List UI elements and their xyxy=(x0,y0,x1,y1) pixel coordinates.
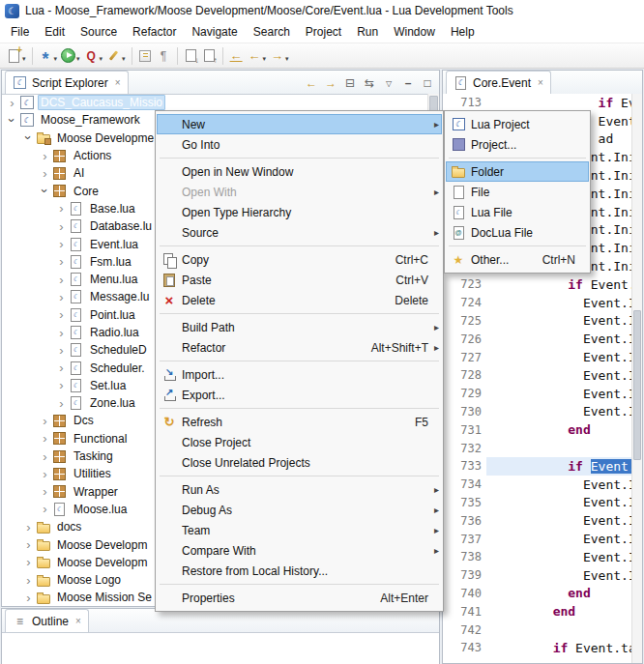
close-icon[interactable]: × xyxy=(538,77,543,88)
menubar-item-refactor[interactable]: Refactor xyxy=(125,23,184,41)
collapse-arrow-icon[interactable]: › xyxy=(22,131,35,144)
expand-arrow-icon[interactable]: › xyxy=(22,538,35,551)
expand-arrow-icon[interactable]: › xyxy=(22,521,35,534)
link-with-editor-icon[interactable] xyxy=(363,76,376,90)
code-line-740[interactable]: 740 end xyxy=(443,585,632,603)
code-line-726[interactable]: 726 Event.I xyxy=(443,330,632,348)
code-line-729[interactable]: 729 Event.I xyxy=(443,385,632,403)
minimize-icon[interactable] xyxy=(401,76,415,90)
editor-tab[interactable]: Core.Event × xyxy=(446,71,551,94)
toolbar-button-run[interactable]: ▾ xyxy=(59,45,82,67)
toolbar-button-mark-occurrences[interactable] xyxy=(136,45,155,67)
tree-item-dcs-caucasus-missio[interactable]: ›DCS_Caucasus_Missio xyxy=(2,94,428,111)
code-line-742[interactable]: 742 xyxy=(443,621,632,639)
code-line-732[interactable]: 732 xyxy=(443,439,632,457)
code-line-734[interactable]: 734 Event.I xyxy=(443,476,632,494)
code-line-728[interactable]: 728 Event.I xyxy=(443,366,632,385)
menu-item-restore-from-local-history[interactable]: Restore from Local History... xyxy=(157,561,442,581)
menu-item-source[interactable]: Source▸ xyxy=(157,222,442,243)
back-icon[interactable] xyxy=(305,76,318,90)
expand-arrow-icon[interactable]: › xyxy=(39,468,51,480)
menu-item-new[interactable]: New▸ xyxy=(157,114,442,134)
menu-item-paste[interactable]: PasteCtrl+V xyxy=(157,270,442,290)
menu-item-project[interactable]: Project... xyxy=(446,134,589,155)
toolbar-button-back[interactable]: ▾ xyxy=(246,45,269,67)
toolbar-button-external-tools[interactable]: ▾ xyxy=(37,45,60,67)
code-line-737[interactable]: 737 Event.I xyxy=(443,530,632,548)
code-line-731[interactable]: 731 end xyxy=(443,420,632,439)
code-line-735[interactable]: 735 Event.I xyxy=(443,494,632,512)
menu-item-open-in-new-window[interactable]: Open in New Window xyxy=(157,161,442,182)
expand-arrow-icon[interactable]: › xyxy=(55,220,68,233)
expand-arrow-icon[interactable]: › xyxy=(39,432,51,445)
menu-item-debug-as[interactable]: Debug As▸ xyxy=(157,500,442,520)
menubar-item-source[interactable]: Source xyxy=(73,23,125,41)
toolbar-button-show-whitespace[interactable] xyxy=(155,45,173,67)
expand-arrow-icon[interactable]: › xyxy=(55,379,68,391)
menu-item-delete[interactable]: DeleteDelete xyxy=(157,290,442,310)
menu-item-other[interactable]: Other...Ctrl+N xyxy=(446,249,589,270)
expand-arrow-icon[interactable]: › xyxy=(22,574,35,587)
collapse-arrow-icon[interactable]: › xyxy=(6,114,18,127)
expand-arrow-icon[interactable]: › xyxy=(55,291,68,303)
code-line-724[interactable]: 724 Event.I xyxy=(443,294,632,312)
expand-arrow-icon[interactable]: › xyxy=(55,397,68,410)
menubar-item-help[interactable]: Help xyxy=(443,23,483,41)
menubar-item-project[interactable]: Project xyxy=(298,23,349,41)
expand-arrow-icon[interactable]: › xyxy=(39,167,51,180)
menubar-item-navigate[interactable]: Navigate xyxy=(184,23,245,41)
expand-arrow-icon[interactable]: › xyxy=(55,238,68,250)
collapse-arrow-icon[interactable]: › xyxy=(39,185,51,197)
expand-arrow-icon[interactable]: › xyxy=(39,485,51,498)
code-line-743[interactable]: 743 if Event.ta xyxy=(443,639,632,657)
menubar-item-file[interactable]: File xyxy=(3,23,37,41)
outline-tab[interactable]: Outline × xyxy=(5,609,89,632)
expand-arrow-icon[interactable]: › xyxy=(55,344,68,357)
code-line-733[interactable]: 733 if Event. xyxy=(443,457,632,476)
maximize-icon[interactable] xyxy=(421,76,434,90)
toolbar-button-forward[interactable]: ▾ xyxy=(268,45,291,67)
menubar-item-window[interactable]: Window xyxy=(386,23,443,41)
view-menu-icon[interactable] xyxy=(382,76,395,90)
expand-arrow-icon[interactable]: › xyxy=(39,415,51,427)
expand-arrow-icon[interactable]: › xyxy=(55,361,68,374)
scrollbar-thumb[interactable] xyxy=(633,310,641,460)
code-line-741[interactable]: 741 end xyxy=(443,602,632,621)
menu-item-lua-file[interactable]: Lua File xyxy=(446,202,589,222)
code-line-725[interactable]: 725 Event.I xyxy=(443,312,632,331)
menu-item-refresh[interactable]: RefreshF5 xyxy=(157,412,442,432)
menu-item-compare-with[interactable]: Compare With▸ xyxy=(157,540,442,561)
close-icon[interactable]: × xyxy=(75,616,81,626)
expand-arrow-icon[interactable]: › xyxy=(39,503,51,515)
menubar-item-search[interactable]: Search xyxy=(246,23,298,41)
toolbar-button-format[interactable]: ▾ xyxy=(104,45,128,67)
script-explorer-tab[interactable]: Script Explorer × xyxy=(5,71,129,94)
menu-item-team[interactable]: Team▸ xyxy=(157,520,442,540)
menu-item-doclua-file[interactable]: DocLua File xyxy=(446,222,589,243)
expand-arrow-icon[interactable]: › xyxy=(39,150,51,162)
menu-item-close-unrelated-projects[interactable]: Close Unrelated Projects xyxy=(157,452,442,473)
menu-item-file[interactable]: File xyxy=(446,182,589,202)
code-line-739[interactable]: 739 Event.I xyxy=(443,566,632,585)
menu-item-open-type-hierarchy[interactable]: Open Type Hierarchy xyxy=(157,202,442,222)
menu-item-import[interactable]: Import... xyxy=(157,364,442,385)
toolbar-button-new-wizard[interactable]: ▾ xyxy=(5,45,28,67)
code-line-730[interactable]: 730 Event.I xyxy=(443,403,632,421)
menu-item-copy[interactable]: CopyCtrl+C xyxy=(157,249,442,270)
forward-icon[interactable] xyxy=(324,76,337,90)
menu-item-refactor[interactable]: RefactorAlt+Shift+T▸ xyxy=(157,337,442,358)
expand-arrow-icon[interactable]: › xyxy=(22,592,35,604)
toolbar-button-next-annotation[interactable] xyxy=(182,45,200,67)
expand-arrow-icon[interactable]: › xyxy=(55,327,68,339)
toolbar-button-last-edit-location[interactable] xyxy=(227,45,246,67)
expand-arrow-icon[interactable]: › xyxy=(39,450,51,463)
toolbar-button-prev-annotation[interactable] xyxy=(200,45,219,67)
expand-arrow-icon[interactable]: › xyxy=(6,97,18,109)
menubar-item-edit[interactable]: Edit xyxy=(37,23,73,41)
expand-arrow-icon[interactable]: › xyxy=(55,202,68,215)
menu-item-run-as[interactable]: Run As▸ xyxy=(157,479,442,500)
code-line-736[interactable]: 736 Event.I xyxy=(443,511,632,530)
expand-arrow-icon[interactable]: › xyxy=(55,274,68,286)
collapse-all-icon[interactable] xyxy=(343,76,357,90)
expand-arrow-icon[interactable]: › xyxy=(22,556,35,568)
